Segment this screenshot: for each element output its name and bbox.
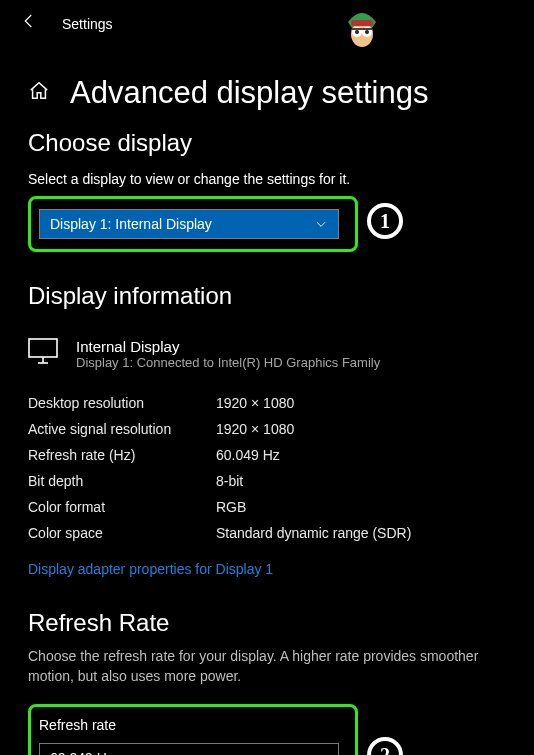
info-value: 8-bit — [216, 473, 243, 489]
display-selector[interactable]: Display 1: Internal Display — [39, 209, 339, 239]
info-value: RGB — [216, 499, 246, 515]
info-value: 1920 × 1080 — [216, 395, 294, 411]
info-label: Color format — [28, 499, 216, 515]
info-row: Bit depth8-bit — [28, 468, 506, 494]
home-icon[interactable] — [28, 80, 50, 106]
refresh-rate-heading: Refresh Rate — [28, 609, 506, 637]
info-row: Color formatRGB — [28, 494, 506, 520]
display-selector-callout: Display 1: Internal Display 1 — [28, 196, 358, 252]
monitor-icon — [28, 338, 58, 364]
info-label: Color space — [28, 525, 216, 541]
info-value: 60.049 Hz — [216, 447, 280, 463]
refresh-rate-help: Choose the refresh rate for your display… — [28, 647, 506, 686]
info-value: 1920 × 1080 — [216, 421, 294, 437]
annotation-badge-2: 2 — [367, 737, 403, 755]
choose-display-heading: Choose display — [28, 129, 506, 157]
info-label: Refresh rate (Hz) — [28, 447, 216, 463]
annotation-badge-1: 1 — [367, 203, 403, 239]
chevron-down-icon — [314, 217, 328, 231]
display-info-heading: Display information — [28, 282, 506, 310]
info-row: Active signal resolution1920 × 1080 — [28, 416, 506, 442]
info-row: Color spaceStandard dynamic range (SDR) — [28, 520, 506, 546]
display-info-table: Desktop resolution1920 × 1080Active sign… — [28, 390, 506, 546]
back-button[interactable] — [20, 12, 38, 35]
info-label: Active signal resolution — [28, 421, 216, 437]
refresh-rate-callout: Refresh rate 60.049 Hz 2 — [28, 704, 358, 755]
display-name: Internal Display — [76, 338, 380, 355]
refresh-rate-value: 60.049 Hz — [50, 750, 114, 755]
info-row: Refresh rate (Hz)60.049 Hz — [28, 442, 506, 468]
chevron-down-icon — [314, 751, 328, 755]
info-label: Desktop resolution — [28, 395, 216, 411]
svg-rect-7 — [29, 339, 57, 357]
choose-display-help: Select a display to view or change the s… — [28, 171, 506, 187]
info-value: Standard dynamic range (SDR) — [216, 525, 411, 541]
display-selector-value: Display 1: Internal Display — [50, 216, 212, 232]
info-label: Bit depth — [28, 473, 216, 489]
window-title: Settings — [62, 16, 113, 32]
refresh-rate-label: Refresh rate — [39, 717, 347, 733]
adapter-properties-link[interactable]: Display adapter properties for Display 1 — [28, 561, 273, 577]
page-title: Advanced display settings — [70, 75, 428, 111]
refresh-rate-selector[interactable]: 60.049 Hz — [39, 743, 339, 755]
display-sub: Display 1: Connected to Intel(R) HD Grap… — [76, 355, 380, 370]
info-row: Desktop resolution1920 × 1080 — [28, 390, 506, 416]
